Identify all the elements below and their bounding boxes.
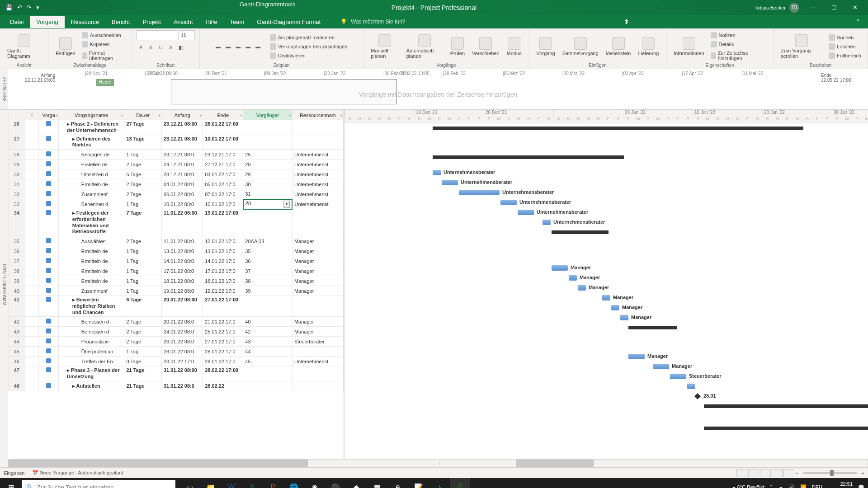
col-duration[interactable]: Dauer▾ [124, 110, 162, 120]
table-row[interactable]: 29Erstellen de2 Tage24.12.21 08:027.12.2… [9, 160, 344, 169]
gantt-task-bar[interactable] [442, 180, 458, 185]
tray-notifications-icon[interactable]: 💬 [858, 484, 864, 488]
table-hscroll[interactable] [8, 459, 437, 467]
app-edge2[interactable]: e [388, 478, 408, 488]
details-button[interactable]: Details [709, 40, 769, 48]
col-predecessor[interactable]: Vorgänger▾ [243, 110, 292, 120]
underline-button[interactable]: U [156, 43, 165, 52]
information-button[interactable]: Informationen [671, 35, 707, 58]
gantt-task-bar[interactable] [611, 305, 619, 310]
zoom-slider[interactable] [803, 472, 857, 474]
table-row[interactable]: 44Prognostizie2 Tage26.01.22 08:027.01.2… [9, 337, 344, 347]
table-row[interactable]: 38Ermitteln de1 Tag17.01.22 08:017.01.22… [9, 266, 344, 276]
gantt-task-bar[interactable] [552, 265, 568, 271]
move-button[interactable]: Verschieben [469, 35, 502, 58]
manual-schedule-button[interactable]: Manuell planen [368, 33, 402, 61]
ribbon-display-icon[interactable]: ⬍ [617, 18, 637, 25]
font-size-input[interactable] [179, 30, 195, 40]
font-family-input[interactable] [137, 30, 177, 40]
indent-100[interactable]: ▬ [254, 42, 263, 51]
table-row[interactable]: 47▸ Phase 3 - Planen der Umsetzung21 Tag… [9, 366, 344, 381]
bold-button[interactable]: F [137, 43, 146, 52]
table-row[interactable]: 42Bemessen d2 Tage20.01.22 08:021.01.22 … [9, 317, 344, 327]
gantt-hscroll[interactable] [439, 459, 868, 467]
scroll-to-task-button[interactable]: Zum Vorgang scrollen [778, 33, 825, 61]
table-row[interactable]: 33Benennen d1 Tag10.01.22 08:010.01.22 1… [9, 199, 344, 209]
col-info[interactable]: i [25, 110, 38, 120]
gantt-task-bar[interactable] [578, 285, 586, 291]
app-powerpoint[interactable]: P [263, 478, 283, 488]
col-mode[interactable]: Vorga▾ [39, 110, 58, 120]
app-explorer[interactable]: 📁 [201, 478, 221, 488]
taskbar-search[interactable]: 🔍Zur Suche Text hier eingeben [22, 480, 175, 488]
tray-clock[interactable]: 22:5122.11.2021 [828, 481, 853, 488]
tab-team[interactable]: Team [224, 16, 251, 28]
italic-button[interactable]: K [146, 43, 156, 52]
app-notepad[interactable]: 📝 [409, 478, 429, 488]
gantt-view-button[interactable]: Gantt-Diagramm [5, 33, 43, 61]
tab-projekt[interactable]: Projekt [136, 16, 167, 28]
user-name[interactable]: Tobias Becker [755, 5, 786, 10]
chevron-down-icon[interactable]: ▾ [283, 201, 290, 208]
view-team-button[interactable] [760, 469, 771, 477]
insert-deliverable-button[interactable]: Lieferung [635, 35, 661, 58]
gantt-summary-bar[interactable] [704, 427, 868, 430]
gantt-task-bar[interactable] [433, 170, 441, 175]
app-chrome[interactable]: ◉ [305, 478, 325, 488]
gantt-task-bar[interactable] [687, 384, 695, 389]
fill-button[interactable]: Füllbereich [827, 52, 863, 60]
view-usage-button[interactable] [748, 469, 759, 477]
predecessor-input[interactable] [245, 201, 283, 206]
table-row[interactable]: 34▸ Festlegen der erforderlichen Materia… [9, 209, 344, 236]
gantt-summary-bar[interactable] [704, 404, 868, 408]
gantt-summary-bar[interactable] [552, 230, 609, 234]
table-row[interactable]: 32Zusammenf2 Tage06.01.22 08:007.01.22 1… [9, 189, 344, 199]
notes-button[interactable]: Notizen [709, 31, 769, 39]
gantt-milestone[interactable] [694, 393, 701, 399]
deactivate-button[interactable]: Deaktivieren [268, 52, 349, 60]
cut-button[interactable]: Ausschneiden [80, 31, 127, 39]
table-row[interactable]: 37Ermitteln de1 Tag14.01.22 08:014.01.22… [9, 256, 344, 266]
gantt-task-bar[interactable] [542, 220, 551, 225]
tray-wifi-icon[interactable]: 📶 [800, 484, 807, 488]
timeline-track[interactable]: Heute |28 Nov '21|12 Dez '21|26 Dez '21|… [58, 69, 818, 109]
table-row[interactable]: 30Umsetzen d5 Tage28.12.21 08:003.01.22 … [9, 169, 344, 179]
add-to-timeline-button[interactable]: Zur Zeitachse hinzufügen [709, 49, 769, 62]
table-row[interactable]: 28Besorgen de1 Tag23.12.21 08:023.12.21 … [9, 150, 344, 160]
gantt-task-bar[interactable] [670, 374, 686, 379]
table-row[interactable]: 43Bemessen d2 Tage24.01.22 08:025.01.22 … [9, 327, 344, 337]
gantt-summary-bar[interactable] [433, 127, 803, 130]
gantt-task-bar[interactable] [620, 315, 628, 320]
tray-language[interactable]: DEU [812, 484, 822, 488]
indent-0[interactable]: ▬ [214, 42, 223, 51]
col-rownum[interactable] [9, 110, 25, 120]
table-row[interactable]: 41▸ Bewerten möglicher Risiken und Chanc… [9, 296, 344, 317]
gantt-task-bar[interactable] [569, 275, 577, 281]
tab-gantt-format[interactable]: Gantt-Diagramm Format [250, 16, 327, 28]
app-misc2[interactable]: ▦ [367, 478, 387, 488]
tab-hilfe[interactable]: Hilfe [199, 16, 224, 28]
save-icon[interactable]: 💾 [5, 4, 13, 11]
table-row[interactable]: 46Treffen der En0 Tage28.01.22 17:028.01… [9, 357, 344, 366]
predecessor-cell-editing[interactable]: ▾ [243, 199, 292, 209]
app-word[interactable]: W [222, 478, 241, 488]
table-row[interactable]: 27▸ Definieren des Marktes13 Tage23.12.2… [9, 135, 344, 150]
table-row[interactable]: 48▸ Aufstellen21 Tage31.01.22 08:028.02.… [9, 381, 344, 391]
table-row[interactable]: 31Ermitteln de2 Tage04.01.22 08:005.01.2… [9, 179, 344, 189]
fill-color-button[interactable]: ◧ [176, 43, 185, 52]
app-project[interactable]: P [450, 478, 470, 488]
col-start[interactable]: Anfang▾ [161, 110, 203, 120]
tray-volume-icon[interactable]: 🔊 [788, 484, 795, 488]
indent-25[interactable]: ▬ [224, 42, 233, 51]
minimize-button[interactable]: — [803, 0, 824, 15]
col-end[interactable]: Ende▾ [203, 110, 243, 120]
redo-icon[interactable]: ↷ [27, 4, 32, 11]
gantt-task-bar[interactable] [653, 364, 669, 369]
tab-ansicht[interactable]: Ansicht [167, 16, 199, 28]
gantt-task-bar[interactable] [459, 190, 500, 195]
font-color-button[interactable]: A [166, 43, 175, 52]
table-row[interactable]: 45Überprüfen un1 Tag28.01.22 08:028.01.2… [9, 347, 344, 357]
col-name[interactable]: Vorgangsname▾ [58, 110, 124, 120]
qat-more-icon[interactable]: ▾ [36, 4, 39, 11]
app-excel[interactable]: X [242, 478, 262, 488]
